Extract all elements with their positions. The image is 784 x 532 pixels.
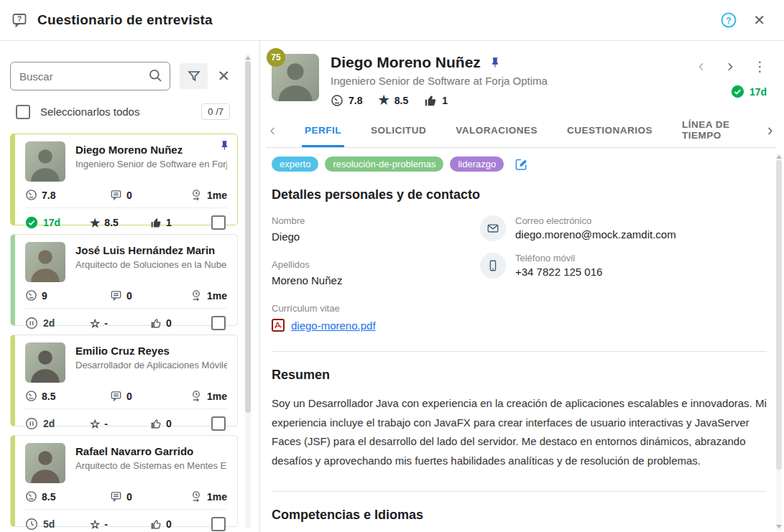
likes-value: 0 <box>166 317 172 329</box>
thumbs-up-icon <box>150 518 162 530</box>
previous-candidate-icon[interactable] <box>696 61 707 73</box>
content-scrollbar[interactable] <box>776 153 782 531</box>
pdf-file-icon <box>272 319 285 332</box>
candidate-title: Arquitecto de Soluciones en la Nube en … <box>75 259 227 270</box>
pushpin-icon[interactable] <box>219 140 230 151</box>
search-icon <box>148 68 163 83</box>
section-resume: Resumen Soy un Desarrollador Java con ex… <box>272 368 767 471</box>
schedule-icon <box>190 289 203 302</box>
question-bubble-icon: ? <box>11 12 27 28</box>
tab-solicitud[interactable]: SOLICITUD <box>368 115 429 147</box>
rating-value: - <box>104 418 108 429</box>
sidebar-scrollbar[interactable] <box>245 54 251 529</box>
filter-button[interactable] <box>180 63 208 89</box>
section-heading: Resumen <box>272 368 767 383</box>
schedule-icon <box>190 490 203 503</box>
envelope-icon <box>480 215 506 241</box>
svg-text:?: ? <box>727 16 732 26</box>
age-value: 1me <box>207 491 227 503</box>
candidate-title: Arquitecto de Sistemas en Mentes Elysian <box>75 460 227 471</box>
score-value: 7.8 <box>42 190 55 201</box>
more-options-icon[interactable]: ⋮ <box>753 60 767 73</box>
age-value: 1me <box>207 391 227 402</box>
gauge-icon <box>25 390 37 402</box>
pushpin-icon[interactable] <box>489 57 501 68</box>
comment-icon <box>110 189 122 201</box>
candidate-checkbox[interactable] <box>211 316 226 330</box>
status-value: 17d <box>750 86 767 98</box>
likes-value: 0 <box>166 518 172 530</box>
candidate-card[interactable]: Diego Moreno Nuñez Ingeniero Senior de S… <box>10 134 238 225</box>
status-accent-strip <box>11 134 15 225</box>
match-score-badge: 75 <box>267 48 285 67</box>
rating-value: 8.5 <box>395 95 408 106</box>
edit-tags-icon[interactable] <box>515 157 528 171</box>
check-circle-icon <box>25 216 38 229</box>
candidate-name: José Luis Hernández Marin <box>75 244 227 256</box>
section-heading: Detalles personales y de contacto <box>272 187 767 202</box>
gauge-icon <box>331 94 343 107</box>
candidate-name: Rafael Navarro Garrido <box>75 445 227 457</box>
profile-content: experto resolución-de-problemas liderazg… <box>260 148 784 532</box>
field-label: Teléfono móvil <box>515 253 602 263</box>
cv-link[interactable]: diego-moreno.pdf <box>291 319 376 332</box>
field-label: Nombre <box>272 215 480 226</box>
candidate-checkbox[interactable] <box>211 416 226 431</box>
candidate-checkbox[interactable] <box>211 517 226 531</box>
tag-pill: liderazgo <box>450 157 504 172</box>
star-filled-icon: ★ <box>90 216 100 230</box>
search-input[interactable] <box>10 62 170 90</box>
tab-perfil[interactable]: PERFIL <box>302 115 344 147</box>
likes-value: 0 <box>166 418 172 429</box>
tab-valoraciones[interactable]: VALORACIONES <box>453 115 540 147</box>
field-value: Diego <box>272 230 480 243</box>
next-candidate-icon[interactable] <box>724 61 736 73</box>
candidate-card[interactable]: José Luis Hernández Marin Arquitecto de … <box>10 234 238 326</box>
tabs-scroll-right-icon[interactable] <box>765 115 775 147</box>
select-all-label: Seleccionarlos todos <box>40 106 201 118</box>
interview-questionnaire-window: ? Cuestionario de entrevista ? ✕ <box>0 0 784 532</box>
check-circle-icon <box>731 85 744 98</box>
comment-icon <box>110 390 122 402</box>
comments-value: 0 <box>126 190 132 201</box>
email-value: diego.moreno@mock.zamdit.com <box>515 228 676 241</box>
thumbs-up-icon <box>150 418 162 429</box>
candidate-card[interactable]: Rafael Navarro Garrido Arquitecto de Sis… <box>10 435 238 527</box>
age-value: 1me <box>207 190 227 201</box>
help-circle-icon[interactable]: ? <box>720 11 737 29</box>
svg-text:?: ? <box>17 15 22 23</box>
filter-funnel-icon <box>187 69 201 83</box>
thumbs-up-icon <box>424 94 437 107</box>
schedule-icon <box>190 390 203 402</box>
star-outline-icon: ☆ <box>90 417 100 431</box>
tabs-scroll-left-icon[interactable] <box>267 115 278 147</box>
clear-search-icon[interactable]: ✕ <box>217 67 230 85</box>
gauge-icon <box>25 289 37 302</box>
status-accent-strip <box>11 335 15 426</box>
status-accent-strip <box>11 235 15 325</box>
candidate-name: Emilio Cruz Reyes <box>75 345 227 357</box>
gauge-icon <box>25 189 37 201</box>
select-all-checkbox[interactable] <box>16 105 30 119</box>
section-personal-details: Detalles personales y de contacto Nombre… <box>272 187 767 348</box>
section-divider <box>272 351 767 352</box>
comment-icon <box>110 289 122 302</box>
gauge-icon <box>25 490 37 503</box>
comments-value: 0 <box>126 290 132 302</box>
candidate-card[interactable]: Emilio Cruz Reyes Desarrollador de Aplic… <box>10 335 238 426</box>
candidate-checkbox[interactable] <box>211 215 226 230</box>
mobile-phone-icon <box>480 253 506 279</box>
field-label: Apellidos <box>272 259 480 270</box>
status-value: 17d <box>43 217 60 228</box>
selection-count-badge: 0 /7 <box>201 103 230 120</box>
rating-value: 8.5 <box>104 217 118 228</box>
resume-text: Soy un Desarrollador Java con experienci… <box>272 394 767 471</box>
tab-cuestionarios[interactable]: CUESTIONARIOS <box>564 115 655 147</box>
close-icon[interactable]: ✕ <box>753 11 765 29</box>
phone-value: +34 7822 125 016 <box>515 266 602 278</box>
thumbs-up-icon <box>150 317 162 329</box>
section-skills: Competencias e Idiomas COMPETENCIAS CLAV… <box>272 508 767 532</box>
score-value: 9 <box>42 290 47 302</box>
avatar <box>25 443 65 483</box>
tab-linea-de-tiempo[interactable]: LÍNEA DE TIEMPO <box>679 115 741 147</box>
